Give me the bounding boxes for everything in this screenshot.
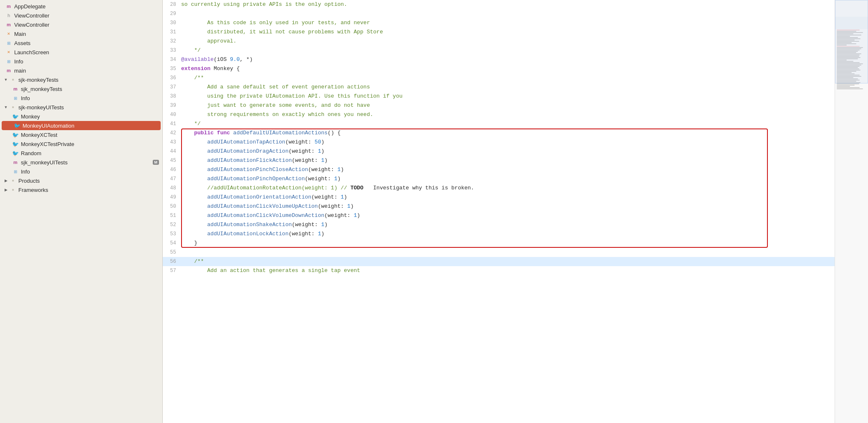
sidebar-item-assets[interactable]: ⊞ Assets — [0, 38, 162, 48]
folder-icon: ▪ — [9, 177, 17, 184]
code-line-53: 53 addUIAutomationLockAction(weight: 1) — [163, 229, 835, 239]
line-content: just want to generate some events, and d… — [181, 101, 835, 110]
swift-file-icon: 🐦 — [13, 122, 21, 129]
line-number: 33 — [163, 46, 181, 55]
sidebar-item-info-3[interactable]: ⊞ Info — [0, 167, 162, 176]
sidebar-item-label: Info — [21, 95, 30, 101]
collapse-arrow-icon: ▼ — [3, 105, 8, 110]
sidebar-item-sjk-monkey-ui-tests-file[interactable]: m sjk_monkeyUITests M — [0, 158, 162, 167]
swift-file-icon: 🐦 — [12, 113, 19, 120]
code-line-54: 54 } — [163, 239, 835, 248]
code-line-49: 49 addUIAutomationOrientationAction(weig… — [163, 193, 835, 202]
code-line-47: 47 addUIAutomationPinchOpenAction(weight… — [163, 174, 835, 184]
minimap-viewport-indicator — [835, 0, 868, 83]
sidebar-item-label: Main — [14, 31, 26, 37]
swift-icon: m — [5, 67, 13, 74]
line-content: using the private UIAutomation API. Use … — [181, 92, 835, 101]
group-sjk-monkey-ui-tests[interactable]: ▼ ▪ sjk-monkeyUITests — [0, 103, 162, 112]
sidebar-item-label: MonkeyUIAutomation — [23, 123, 74, 129]
line-content: */ — [181, 119, 835, 128]
group-products[interactable]: ▶ ▪ Products — [0, 176, 162, 185]
code-line-41: 41 */ — [163, 119, 835, 128]
sidebar-item-label: Monkey — [21, 113, 40, 120]
sidebar-item-label: AppDelegate — [14, 3, 45, 10]
sidebar-item-monkey-xc-test-private[interactable]: 🐦 MonkeyXCTestPrivate — [0, 139, 162, 149]
code-line-31: 31 distributed, it will not cause proble… — [163, 28, 835, 37]
folder-icon: ▪ — [9, 76, 17, 83]
line-number: 36 — [163, 73, 181, 83]
sidebar-item-random[interactable]: 🐦 Random — [0, 149, 162, 158]
info-icon: ⊞ — [12, 168, 19, 175]
code-content[interactable]: 28 so currently using private APIs is th… — [163, 0, 835, 423]
header-icon: h — [5, 12, 13, 19]
line-number: 51 — [163, 211, 181, 220]
line-number: 41 — [163, 119, 181, 128]
group-label: sjk-monkeyTests — [18, 77, 58, 83]
sidebar-item-launchscreen[interactable]: ✕ LaunchScreen — [0, 48, 162, 57]
sidebar-item-appdelegate[interactable]: m AppDelegate — [0, 2, 162, 11]
line-number: 29 — [163, 9, 181, 18]
sidebar-item-info-1[interactable]: ⊞ Info — [0, 57, 162, 66]
swift-file-icon: 🐦 — [12, 149, 19, 157]
line-content: Add a sane default set of event generati… — [181, 83, 835, 92]
code-line-55: 55 — [163, 248, 835, 257]
line-content: addUIAutomationShakeAction(weight: 1) — [181, 220, 835, 229]
line-number: 40 — [163, 110, 181, 119]
sidebar-item-main-m[interactable]: m main — [0, 66, 162, 75]
code-line-38: 38 using the private UIAutomation API. U… — [163, 92, 835, 101]
sidebar-item-monkey[interactable]: 🐦 Monkey — [0, 112, 162, 121]
collapse-arrow-icon: ▶ — [3, 178, 8, 183]
group-label: Frameworks — [18, 187, 48, 193]
sidebar-item-info-2[interactable]: ⊞ Info — [0, 93, 162, 103]
line-content: /** — [181, 73, 835, 83]
group-label: sjk-monkeyUITests — [18, 104, 64, 111]
line-content: addUIAutomationOrientationAction(weight:… — [181, 193, 835, 202]
line-content: addUIAutomationDragAction(weight: 1) — [181, 147, 835, 156]
highlighted-function-block: 42 public func addDefaultUIAutomationAct… — [163, 128, 835, 248]
code-line-51: 51 addUIAutomationClickVolumeDownAction(… — [163, 211, 835, 220]
line-number: 39 — [163, 101, 181, 110]
code-line-50: 50 addUIAutomationClickVolumeUpAction(we… — [163, 202, 835, 211]
sidebar-item-main-xib[interactable]: ✕ Main — [0, 29, 162, 38]
line-content: As this code is only used in your tests,… — [181, 18, 835, 28]
swift-icon: m — [12, 85, 19, 93]
sidebar-item-label: Assets — [14, 40, 30, 46]
line-number: 43 — [163, 138, 181, 147]
sidebar-item-monkey-ui-automation[interactable]: 🐦 MonkeyUIAutomation — [2, 121, 161, 130]
group-label: Products — [18, 178, 40, 184]
sidebar-item-label: Info — [21, 169, 30, 175]
sidebar-item-label: Info — [14, 58, 23, 65]
file-navigator[interactable]: m AppDelegate h ViewController m ViewCon… — [0, 0, 163, 423]
line-number: 45 — [163, 156, 181, 165]
line-content — [181, 248, 835, 257]
code-line-36: 36 /** — [163, 73, 835, 83]
group-sjk-monkey-tests[interactable]: ▼ ▪ sjk-monkeyTests — [0, 75, 162, 84]
code-line-40: 40 strong requirements on exactly which … — [163, 110, 835, 119]
sidebar-item-sjk-monkey-tests-file[interactable]: m sjk_monkeyTests — [0, 84, 162, 93]
line-number: 50 — [163, 202, 181, 211]
sidebar-item-label: MonkeyXCTestPrivate — [21, 141, 74, 147]
code-line-34: 34 @available(iOS 9.0, *) — [163, 55, 835, 64]
folder-icon: ▪ — [9, 103, 17, 111]
code-line-37: 37 Add a sane default set of event gener… — [163, 83, 835, 92]
line-number: 48 — [163, 184, 181, 193]
code-line-32: 32 approval. — [163, 37, 835, 46]
sidebar-item-monkey-xc-test[interactable]: 🐦 MonkeyXCTest — [0, 130, 162, 139]
line-content: addUIAutomationClickVolumeDownAction(wei… — [181, 211, 835, 220]
swift-icon: m — [5, 21, 13, 28]
code-line-44: 44 addUIAutomationDragAction(weight: 1) — [163, 147, 835, 156]
code-line-43: 43 addUIAutomationTapAction(weight: 50) — [163, 138, 835, 147]
group-frameworks[interactable]: ▶ ▪ Frameworks — [0, 185, 162, 194]
line-content: addUIAutomationClickVolumeUpAction(weigh… — [181, 202, 835, 211]
sidebar-item-label: ViewController — [14, 22, 49, 28]
sidebar-item-viewcontroller-h[interactable]: h ViewController — [0, 11, 162, 20]
line-number: 57 — [163, 266, 181, 275]
swift-icon: m — [12, 159, 19, 166]
collapse-arrow-icon: ▼ — [3, 77, 8, 82]
code-line-35: 35 extension Monkey { — [163, 64, 835, 73]
line-content: addUIAutomationFlickAction(weight: 1) — [181, 156, 835, 165]
minimap[interactable] — [835, 0, 868, 423]
code-line-45: 45 addUIAutomationFlickAction(weight: 1) — [163, 156, 835, 165]
line-content: addUIAutomationPinchOpenAction(weight: 1… — [181, 174, 835, 184]
sidebar-item-viewcontroller-m[interactable]: m ViewController — [0, 20, 162, 29]
